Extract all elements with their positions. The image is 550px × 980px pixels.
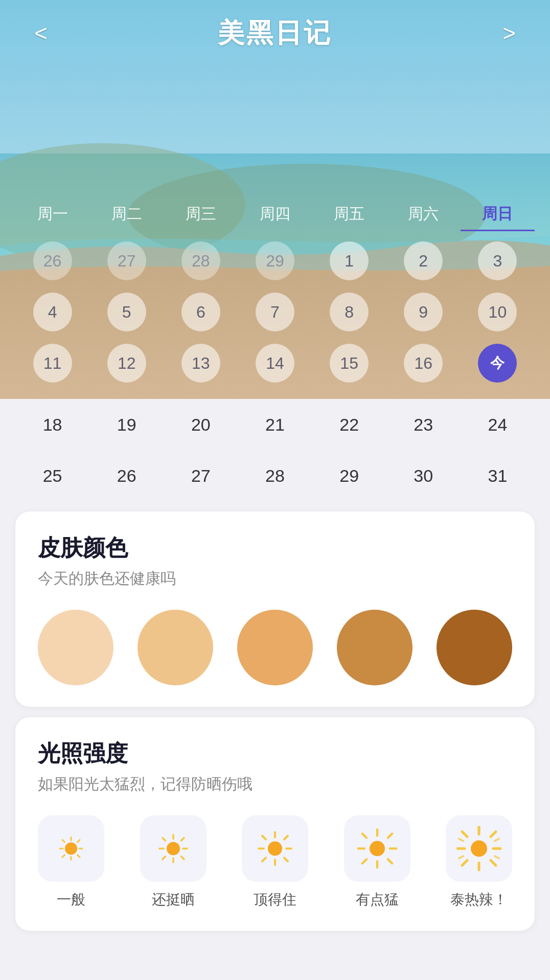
calendar-week-5: 25 26 27 28 29 30 31 <box>15 450 535 501</box>
calendar-week-4: 18 19 20 21 22 23 24 <box>15 399 535 450</box>
cal-day-27[interactable]: 27 <box>89 235 164 286</box>
cal-day-9[interactable]: 9 <box>386 286 461 338</box>
cal-day-14[interactable]: 14 <box>238 338 312 389</box>
svg-point-22 <box>268 841 282 856</box>
cal-day-26[interactable]: 26 <box>15 235 89 286</box>
cal-day-18[interactable]: 18 <box>15 399 89 450</box>
cal-day-25[interactable]: 25 <box>15 450 89 501</box>
svg-point-4 <box>65 842 77 855</box>
calendar-overlay: 周一 周二 周三 周四 周五 周六 周日 26 27 28 29 1 2 3 <box>0 198 550 399</box>
cal-day-24[interactable]: 24 <box>461 399 535 450</box>
cal-day-20[interactable]: 20 <box>164 399 238 450</box>
weekday-thu: 周四 <box>238 198 312 231</box>
cal-day-3[interactable]: 3 <box>461 235 535 286</box>
svg-line-18 <box>163 838 166 841</box>
sun-wrap-1 <box>38 815 104 882</box>
cal-day-29b[interactable]: 29 <box>312 450 386 501</box>
header-section: < 美黑日记 > 周一 周二 周三 周四 周五 周六 周日 26 27 <box>0 0 550 399</box>
intensity-label-3: 顶得住 <box>254 890 296 909</box>
intensity-item-4[interactable]: 有点猛 <box>344 815 410 909</box>
cal-day-31[interactable]: 31 <box>461 450 535 501</box>
sun-wrap-4 <box>344 815 410 882</box>
intensity-subtitle: 如果阳光太猛烈，记得防晒伤哦 <box>38 774 512 795</box>
app-title: 美黑日记 <box>218 15 332 51</box>
calendar-week-2: 4 5 6 7 8 9 10 <box>15 286 535 338</box>
intensity-item-2[interactable]: 还挺晒 <box>140 815 207 909</box>
weekday-mon: 周一 <box>15 198 89 231</box>
cal-day-21[interactable]: 21 <box>238 399 312 450</box>
intensity-item-1[interactable]: 一般 <box>38 815 104 909</box>
svg-line-53 <box>495 856 499 858</box>
svg-line-27 <box>262 836 266 839</box>
skin-color-5[interactable] <box>437 610 512 685</box>
svg-line-46 <box>491 860 496 865</box>
skin-color-3[interactable] <box>237 610 313 685</box>
intensity-label-1: 一般 <box>57 890 85 909</box>
svg-point-13 <box>167 842 180 855</box>
cal-day-22[interactable]: 22 <box>312 399 386 450</box>
skin-color-2[interactable] <box>138 610 213 685</box>
cal-day-5[interactable]: 5 <box>89 286 164 338</box>
cal-day-7[interactable]: 7 <box>238 286 312 338</box>
cal-day-4[interactable]: 4 <box>15 286 89 338</box>
svg-line-50 <box>459 839 463 841</box>
svg-line-29 <box>284 836 288 839</box>
cal-day-15[interactable]: 15 <box>312 338 386 389</box>
cal-day-10[interactable]: 10 <box>461 286 535 338</box>
sun-wrap-5 <box>446 815 512 882</box>
skin-color-4[interactable] <box>337 610 413 685</box>
weekday-tue: 周二 <box>89 198 164 231</box>
app-container: < 美黑日记 > 周一 周二 周三 周四 周五 周六 周日 26 27 <box>0 0 550 980</box>
intensity-item-5[interactable]: 泰热辣！ <box>446 815 512 909</box>
skin-color-subtitle: 今天的肤色还健康吗 <box>38 568 512 589</box>
cal-day-1[interactable]: 1 <box>312 235 386 286</box>
sun-icon-2 <box>157 833 189 864</box>
sun-icon-5 <box>456 826 501 871</box>
next-arrow[interactable]: > <box>494 20 524 46</box>
cal-day-28b[interactable]: 28 <box>238 450 312 501</box>
cal-day-13[interactable]: 13 <box>164 338 238 389</box>
svg-line-19 <box>181 857 184 860</box>
skin-color-card: 皮肤颜色 今天的肤色还健康吗 <box>15 511 535 707</box>
cal-day-29[interactable]: 29 <box>238 235 312 286</box>
prev-arrow[interactable]: < <box>26 20 56 46</box>
weekday-sun: 周日 <box>461 198 535 231</box>
svg-line-21 <box>163 857 166 860</box>
cal-day-today[interactable]: 今 <box>461 338 535 389</box>
cal-day-2[interactable]: 2 <box>386 235 461 286</box>
cal-day-19[interactable]: 19 <box>89 399 164 450</box>
cal-day-23[interactable]: 23 <box>386 399 461 450</box>
svg-line-39 <box>362 859 366 863</box>
weekday-header: 周一 周二 周三 周四 周五 周六 周日 <box>15 198 535 231</box>
calendar-grid: 26 27 28 29 1 2 3 4 5 6 7 8 9 10 <box>15 235 535 389</box>
weekday-sat: 周六 <box>386 198 461 231</box>
svg-line-20 <box>181 838 184 841</box>
weekday-fri: 周五 <box>312 198 386 231</box>
svg-point-40 <box>471 840 487 857</box>
intensity-item-3[interactable]: 顶得住 <box>242 815 308 909</box>
calendar-week-1: 26 27 28 29 1 2 3 <box>15 235 535 286</box>
intensity-options: 一般 还挺晒 <box>38 815 512 909</box>
cal-day-16[interactable]: 16 <box>386 338 461 389</box>
sun-wrap-2 <box>140 815 207 882</box>
calendar-week-3: 11 12 13 14 15 16 今 <box>15 338 535 389</box>
cal-day-6[interactable]: 6 <box>164 286 238 338</box>
calendar-plain-section: 18 19 20 21 22 23 24 25 26 27 28 29 30 3… <box>0 399 550 501</box>
skin-color-1[interactable] <box>38 610 113 685</box>
svg-line-37 <box>388 859 392 863</box>
cal-day-27b[interactable]: 27 <box>164 450 238 501</box>
cal-day-12[interactable]: 12 <box>89 338 164 389</box>
intensity-title: 光照强度 <box>38 739 512 769</box>
cal-day-28[interactable]: 28 <box>164 235 238 286</box>
cal-day-26b[interactable]: 26 <box>89 450 164 501</box>
svg-line-48 <box>462 860 467 865</box>
svg-line-28 <box>284 858 288 861</box>
svg-line-38 <box>388 834 392 838</box>
cal-day-11[interactable]: 11 <box>15 338 89 389</box>
cal-day-30[interactable]: 30 <box>386 450 461 501</box>
sun-icon-4 <box>357 828 398 869</box>
header-title-bar: < 美黑日记 > <box>0 0 550 51</box>
sun-wrap-3 <box>242 815 308 882</box>
cal-day-8[interactable]: 8 <box>312 286 386 338</box>
svg-line-52 <box>459 856 463 858</box>
